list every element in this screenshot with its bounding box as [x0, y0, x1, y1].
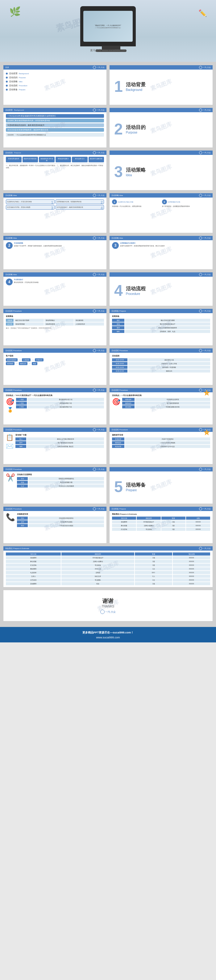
table-row: 18:30-19:00 开场表演 / 主持人开场: [112, 362, 210, 365]
table-row: 邮件 电子邀请函及活动议程: [16, 441, 104, 444]
flow-table-subtitle: 活动流程: [112, 355, 210, 357]
darts-table-2: 销售冠军 年度销售总冠军奖 服务标兵 客户满意度最高奖 最佳团队 年度最佳团队协…: [122, 398, 210, 408]
proc-book-right-body: 颁奖细节安排 奖项设置 共设X个奖项类别 颁奖嘉宾 一汽大众高管出席颁奖: [110, 432, 213, 450]
proc-body: 前期筹备 准备期 确定活动方案与预算 场地考察确认 发送邀请函 执行期 场地布: [3, 313, 106, 331]
logo-circle: [199, 547, 202, 550]
cell: 定制奖杯、奖牌、礼品: [125, 330, 210, 333]
strategy-item-2: 2 以荣誉激励为主线，彰显服务商价值: [55, 199, 104, 204]
item-desc: 多个奖项类别，全面覆盖优秀服务商群体: [162, 205, 210, 207]
logo-circle: [199, 309, 202, 313]
item-title: 以荣誉激励为主线: [168, 201, 180, 203]
table-row: 物料 定制奖杯、奖牌、礼品: [112, 330, 210, 333]
slide-label: 活动策略 Idea: [5, 194, 17, 197]
logo-text: 一汽·大众: [96, 109, 105, 111]
logo: 一汽·大众: [93, 349, 105, 352]
cell: XXXXX: [173, 567, 210, 570]
row-2: 活动背景 Background 一汽·大众 一汽大众2019年度盐城服务商年终庆…: [3, 108, 213, 148]
phone-icon-big: 📞: [6, 513, 15, 527]
section-title-text: 活动背景 Background: [126, 82, 146, 92]
table-row: 其他费用 综合 1批 XXXXX: [6, 582, 210, 585]
book-text: 宣传推广方案 线上 微信公众号推文预热宣传 邮件 电子邀请函及活动议程: [16, 434, 104, 450]
red-content: ✂️ 活动执行注意事项 安全 现场安全保障措施到位 应急 制定应急预案方案: [6, 473, 104, 487]
logo-circle: [93, 66, 96, 69]
section-number: 4: [114, 283, 123, 298]
cell: 活动后3日内电话回访: [28, 517, 104, 520]
purpose-box-5: 展示品牌 实力: [72, 157, 88, 162]
section4-title-slide: 一汽·大众 4 活动流程 Procedure 素鸟图库: [109, 272, 213, 306]
bg-extra-box: 活动详情：一汽大众盐城综合服务商年终庆典暨颁奖大会: [6, 133, 104, 137]
table-row: 文艺表演 专业团队 1台 XXXXX: [6, 578, 210, 582]
strategy2-text: 互动体验策略 设置多个互动环节，增强参与感和体验感，让服务商感受到品牌的温度: [14, 242, 62, 247]
table-row: 颁奖嘉宾 一汽大众高管出席颁奖: [112, 441, 210, 444]
prepare-detail-slide: 活动筹备 Prepare 一汽·大众 筹备预估 Prepare & Estima…: [109, 506, 213, 544]
section1-title-slide: 一汽·大众 1 活动背景 Background 素鸟图库: [109, 65, 213, 105]
item-title: 以品牌文化为核心传递: [118, 201, 133, 203]
section-title-text: 活动目的 Purpose: [126, 124, 146, 134]
logo-circle: [100, 609, 105, 614]
slide-label: 活动策略 Idea: [5, 237, 17, 240]
strategy4-body: 4 专业策划执行 整合优质资源，打造高品质活动体验: [3, 277, 106, 287]
prep-label-1: 准备期: [6, 319, 14, 322]
estimate-full-table: 项目名称 规格说明 数量 预估金额 场地费用 XXX酒店宴会厅 1场 XXXXX…: [6, 552, 210, 585]
cell: 领导致辞 / 年度回顾: [128, 366, 210, 369]
strategy-num: 1: [51, 200, 54, 205]
darts-icon: 🎯: [112, 398, 120, 408]
prep-items-1: 确定活动方案与预算 场地考察确认 发送邀请函: [14, 319, 104, 322]
prep-item: 确定活动方案与预算: [14, 319, 44, 322]
cell: 下年度活动方向规划: [28, 524, 104, 527]
target-icon: 🎯: [6, 398, 14, 406]
slide-label: 活动流程 Procedure: [5, 508, 22, 511]
logo-circle: [199, 66, 202, 69]
footer-line2: www.sucai999.com: [96, 636, 120, 639]
cell: 项目: [112, 319, 125, 322]
book-icons: 📋 ✉️: [6, 434, 14, 450]
cell: 主舞台+副舞台: [61, 560, 134, 563]
strategy4-text: 专业策划执行 整合优质资源，打造高品质活动体验: [14, 278, 39, 283]
darts-right-table: 销售冠军 年度销售总冠军奖 服务标兵 客户满意度最高奖 最佳团队 年度最佳团队协…: [122, 398, 210, 408]
row-9: 活动流程 Procedure 一汽·大众 活动地点："XXX大酒店宴会厅" 一汽…: [3, 388, 213, 425]
purpose-desc: 一、通过年终庆典，感谢服务商一年来对一汽大众品牌的大力支持与配合。二、通过颁奖仪…: [6, 164, 104, 169]
strategy-item-1: 1 以品牌文化为核心，打造沉浸式体验: [6, 199, 55, 204]
header-cell: 预估金额: [173, 552, 210, 555]
num-circle: 1: [112, 199, 117, 204]
logo-text: 一汽·大众: [96, 310, 105, 313]
strategy2-body: 2 互动体验策略 设置多个互动环节，增强参与感和体验感，让服务商感受到品牌的温度: [3, 240, 106, 251]
strategy-num: 2: [101, 200, 103, 205]
cell: 物料: [112, 330, 125, 333]
table-row: 场地 预订五星级酒店宴会厅: [112, 323, 210, 326]
logo-text: 一汽·大众: [203, 66, 211, 69]
logo-text: 一汽·大众: [96, 151, 105, 154]
table-row: 安全 现场安全保障措施到位: [17, 477, 104, 480]
procedure-prepare-slide: 活动流程 Procedure 一汽·大众 前期筹备 准备期 确定活动方案与预算 …: [3, 309, 107, 346]
purpose-body: 答谢优秀 服务商 颁发年度 荣誉奖项 激励服务商 来年发展 增强品牌 凝聚力 展…: [3, 155, 106, 171]
cell: 1场: [135, 556, 172, 559]
hero-section: 素鸟图库 "携放百万梦想，一汽·大众服务南京年" （一汽大众盐城综合服务商年终庆…: [0, 0, 216, 62]
header-cell: 数量: [161, 517, 186, 520]
cell: 销售冠军: [122, 398, 134, 401]
flow-row-1: 嘉宾到场签到 → 入场就坐 → 开场仪式: [6, 358, 104, 361]
estimate-full-slide: 筹备预估 Prepare & Estimate 一汽·大众 项目名称 规格说明 …: [3, 546, 213, 587]
cell: XX个: [135, 571, 172, 574]
table-header-row: 项目名称 规格说明 数量 金额: [112, 517, 210, 520]
logo: 一汽·大众: [93, 388, 105, 392]
arrow: →: [28, 362, 31, 365]
strategy3b-text: 以荣誉激励为主线展示 设置专业颁奖环节，彰显优秀服务商的荣誉与价值，树立行业标杆: [120, 242, 165, 247]
logo-text: 一汽·大众: [203, 468, 211, 471]
cell: 确认活动主题与规模: [125, 319, 210, 322]
cell: 奖项设置: [112, 438, 125, 441]
cell: XXXXX: [186, 528, 210, 531]
book-right-title: 颁奖细节安排: [112, 434, 210, 436]
cell: 灯光音响: [112, 528, 136, 531]
prep-row-2: 执行期 场地布置搭建 设备调试检查 人员岗前培训: [6, 323, 104, 326]
strategy-text: 以互动娱乐为手段，营造欢乐氛围: [7, 206, 54, 208]
strategy-text: 以品牌文化为核心，打造沉浸式体验: [7, 200, 54, 203]
logo-circle: [93, 468, 96, 471]
cell: 活动效果评估报告: [28, 520, 104, 523]
logo: 一汽·大众: [93, 428, 105, 431]
cell: 定制款: [61, 571, 134, 574]
logo-circle: [93, 273, 96, 276]
num-circle-4: 4: [6, 278, 13, 285]
slide-header: 活动筹备 Prepare 一汽·大众: [110, 507, 213, 511]
proc-book-body: 📋 ✉️ 宣传推广方案 线上 微信公众号推文预热宣传 邮件 电: [3, 432, 106, 452]
strategy-item3b-slide: 活动策略 Idea 一汽·大众 3 以荣誉激励为主线展示 设置专业颁奖环节，彰显…: [109, 235, 213, 270]
